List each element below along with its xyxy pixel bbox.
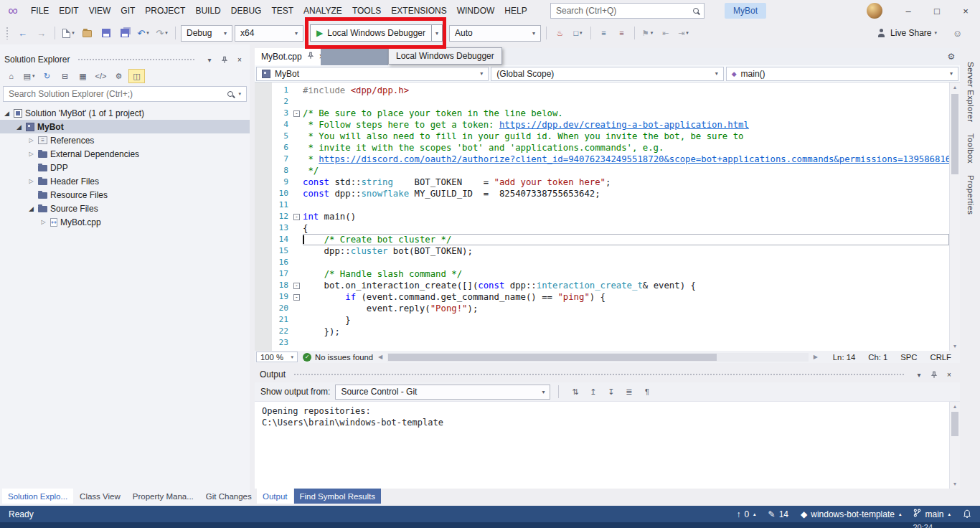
scroll-up-icon[interactable]: ▴ [950, 403, 960, 410]
code-line-9[interactable]: 9const std::string BOT_TOKEN = "add your… [255, 176, 949, 188]
code-line-14[interactable]: 14 /* Create bot cluster */ [255, 234, 949, 245]
collapse-region-icon[interactable]: - [291, 108, 303, 119]
tree-item-mybot[interactable]: ◢MyBot [0, 120, 250, 133]
panel-drag-grip[interactable] [293, 373, 905, 377]
menu-edit[interactable]: EDIT [54, 0, 83, 22]
navigate-backward-button[interactable]: ← [14, 24, 31, 42]
zoom-dropdown[interactable]: 100 %▾ [256, 352, 298, 362]
previous-bookmark-icon[interactable]: ⇤ [657, 26, 674, 40]
scroll-left-icon[interactable]: ◀ [378, 354, 382, 360]
toolbar-grip-handle[interactable] [6, 27, 9, 39]
code-line-23[interactable]: 23 [255, 337, 949, 349]
switch-views-icon[interactable]: ▤▾ [21, 69, 37, 83]
menu-tools[interactable]: TOOLS [347, 0, 386, 22]
output-source-dropdown[interactable]: Source Control - Git▾ [335, 385, 550, 400]
document-tab-mybot-cpp[interactable]: MyBot.cpp × [255, 48, 331, 65]
quick-search-box[interactable]: Search (Ctrl+Q) [550, 3, 705, 19]
call-stack-window-icon[interactable]: ≡ [595, 26, 612, 40]
nest-files-icon[interactable]: ⊟ [57, 69, 73, 83]
open-file-button[interactable] [79, 24, 95, 42]
code-line-6[interactable]: 6 * invite it with the scopes 'bot' and … [255, 142, 949, 154]
code-line-19[interactable]: 19- if (event.command.get_command_name()… [255, 291, 949, 303]
new-file-button[interactable]: ▾ [60, 24, 77, 42]
show-all-files-icon[interactable]: ▦ [75, 69, 91, 83]
navigate-forward-button[interactable]: → [33, 24, 50, 42]
tree-item-solution-mybot-1-of-1-project[interactable]: ◢Solution 'MyBot' (1 of 1 project) [0, 106, 250, 120]
code-line-12[interactable]: 12-int main() [255, 211, 949, 222]
tree-expander-icon[interactable]: ◢ [27, 205, 35, 212]
code-line-21[interactable]: 21 } [255, 314, 949, 326]
side-tab-properties[interactable]: Properties [966, 175, 975, 214]
bookmark-icon[interactable]: ⚑▾ [639, 26, 656, 40]
code-line-17[interactable]: 17 /* Handle slash command */ [255, 268, 949, 280]
go-to-next-message-icon[interactable]: ↧ [603, 385, 619, 399]
output-vertical-scrollbar[interactable]: ▴ ▾ [949, 402, 960, 489]
project-dropdown[interactable]: MyBot ▾ [256, 67, 489, 81]
panel-tab-output[interactable]: Output [257, 489, 293, 504]
hot-reload-icon[interactable]: ♨ [552, 26, 568, 40]
code-line-13[interactable]: 13{ [255, 222, 949, 234]
tree-expander-icon[interactable]: ▷ [27, 137, 35, 143]
spaces-indicator[interactable]: SPC [900, 353, 917, 362]
scrollbar-thumb[interactable] [951, 412, 958, 436]
solution-platforms-dropdown[interactable]: x64▾ [235, 25, 303, 42]
code-line-2[interactable]: 2 [255, 96, 949, 108]
gear-icon[interactable]: ⚙ [943, 48, 960, 65]
horizontal-scrollbar[interactable] [387, 353, 809, 362]
panel-tab-git-changes[interactable]: Git Changes [200, 489, 258, 504]
code-line-8[interactable]: 8 */ [255, 165, 949, 176]
collapse-region-icon[interactable]: - [291, 211, 303, 222]
scroll-down-icon[interactable]: ▾ [950, 481, 960, 487]
panel-tab-solution-explo[interactable]: Solution Explo... [2, 489, 73, 504]
properties-icon[interactable]: ⚙ [110, 69, 127, 83]
auto-dropdown[interactable]: Auto▾ [449, 25, 541, 42]
tree-expander-icon[interactable]: ◢ [3, 110, 11, 117]
member-dropdown[interactable]: ◆ main() ▾ [726, 67, 958, 81]
home-icon[interactable]: ⌂ [3, 69, 19, 83]
issues-indicator[interactable]: ✓ No issues found [303, 353, 373, 362]
code-line-22[interactable]: 22 }); [255, 326, 949, 337]
code-line-18[interactable]: 18- bot.on_interaction_create([](const d… [255, 280, 949, 291]
tree-expander-icon[interactable]: ▷ [39, 219, 47, 225]
undo-button[interactable]: ↶▾ [135, 24, 151, 42]
account-avatar[interactable] [867, 3, 882, 19]
window-position-icon[interactable]: ▾ [204, 54, 215, 65]
scope-dropdown[interactable]: (Global Scope) ▾ [491, 67, 723, 81]
tree-item-mybot-cpp[interactable]: ▷++MyBot.cpp [0, 215, 250, 229]
solution-name-button[interactable]: MyBot [725, 3, 766, 19]
window-position-icon[interactable]: ▾ [913, 369, 925, 380]
menu-file[interactable]: FILE [26, 0, 54, 22]
go-to-previous-message-icon[interactable]: ↥ [585, 385, 601, 399]
close-button[interactable]: × [951, 0, 980, 22]
collapse-region-icon[interactable]: - [291, 280, 303, 291]
search-options-caret[interactable]: ▾ [238, 91, 241, 97]
maximize-button[interactable]: □ [923, 0, 951, 22]
solution-search-box[interactable]: Search Solution Explorer (Ctrl+;) ▾ [3, 86, 247, 102]
tree-item-header-files[interactable]: ▷Header Files [0, 174, 250, 188]
redo-button[interactable]: ↷▾ [154, 24, 170, 42]
scrollbar-thumb[interactable] [951, 94, 958, 174]
menu-view[interactable]: VIEW [84, 0, 116, 22]
code-line-5[interactable]: 5 * You will also need to fill in your g… [255, 131, 949, 142]
repository-button[interactable]: ◆ windows-bot-template ▴ [801, 509, 901, 519]
code-line-4[interactable]: 4 * Follow steps here to get a token: ht… [255, 119, 949, 131]
eol-indicator[interactable]: CRLF [930, 353, 952, 362]
pin-icon[interactable] [928, 369, 940, 380]
code-line-7[interactable]: 7 * https://discord.com/oauth2/authorize… [255, 154, 949, 165]
tree-item-resource-files[interactable]: Resource Files [0, 188, 250, 202]
code-line-15[interactable]: 15 dpp::cluster bot(BOT_TOKEN); [255, 245, 949, 257]
tree-expander-icon[interactable]: ◢ [15, 123, 23, 131]
menu-extensions[interactable]: EXTENSIONS [386, 0, 451, 22]
pending-changes-button[interactable]: ✎ 14 [768, 509, 788, 519]
code-editor[interactable]: 1#include <dpp/dpp.h>23-/* Be sure to pl… [255, 82, 960, 351]
close-panel-icon[interactable]: × [234, 54, 245, 65]
column-indicator[interactable]: Ch: 1 [868, 353, 887, 362]
menu-analyze[interactable]: ANALYZE [298, 0, 347, 22]
toggle-word-wrap-icon[interactable]: ¶ [639, 385, 655, 399]
collapse-region-icon[interactable]: - [291, 291, 303, 303]
line-indicator[interactable]: Ln: 14 [833, 353, 855, 362]
code-line-16[interactable]: 16 [255, 257, 949, 268]
panel-tab-find-symbol-results[interactable]: Find Symbol Results [294, 489, 381, 504]
branch-button[interactable]: main ▴ [913, 509, 951, 519]
tree-item-source-files[interactable]: ◢Source Files [0, 202, 250, 215]
